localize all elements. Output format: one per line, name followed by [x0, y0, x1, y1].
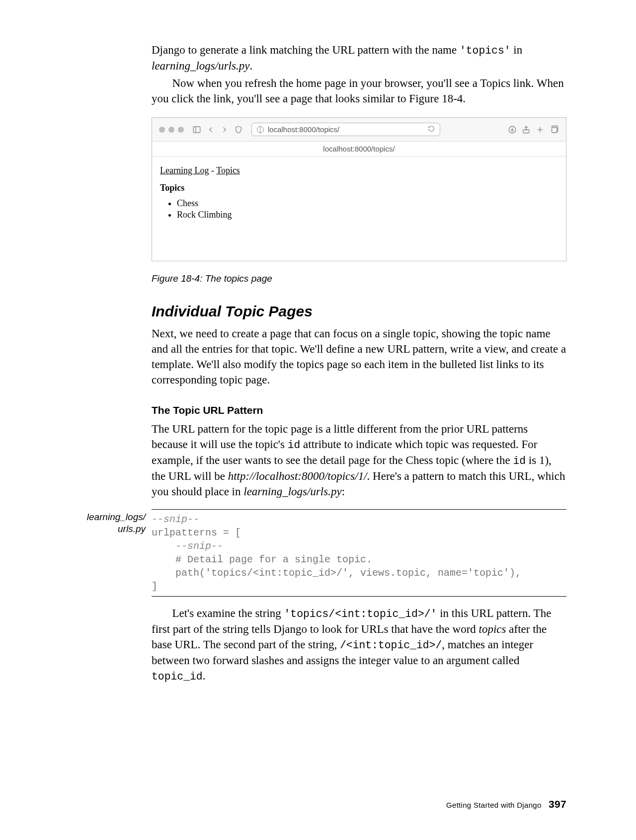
sidebar-toggle-icon[interactable]	[192, 125, 202, 135]
nav-topics-link[interactable]: Topics	[216, 165, 240, 175]
snip: --snip--	[152, 540, 223, 552]
globe-icon	[257, 126, 264, 133]
forward-icon[interactable]	[220, 125, 230, 135]
filename: learning_logs/urls.py	[152, 60, 249, 72]
maximize-icon[interactable]	[178, 127, 184, 133]
code-block: learning_logs/ urls.py --snip-- urlpatte…	[152, 509, 566, 597]
chapter-title: Getting Started with Django	[446, 801, 542, 809]
text: .	[203, 670, 206, 682]
inline-code: 'topics'	[460, 45, 511, 57]
address-bar[interactable]: localhost:8000/topics/	[251, 123, 440, 136]
share-icon[interactable]	[521, 125, 531, 135]
text: in	[511, 44, 523, 56]
minimize-icon[interactable]	[168, 127, 174, 133]
text: learning_logs/	[87, 512, 146, 522]
snip: --snip--	[152, 514, 199, 525]
post-para: Let's examine the string 'topics/<int:to…	[152, 606, 566, 684]
section-para-2: The URL pattern for the topic page is a …	[152, 421, 566, 499]
nav-sep: -	[209, 165, 216, 175]
emphasis: topics	[479, 623, 506, 635]
inline-code: /<int:topic_id>/	[340, 639, 442, 651]
browser-screenshot: localhost:8000/topics/	[152, 117, 566, 261]
window-controls[interactable]	[159, 127, 184, 133]
svg-rect-7	[552, 127, 557, 133]
browser-viewport: Learning Log - Topics Topics Chess Rock …	[152, 156, 566, 261]
browser-toolbar: localhost:8000/topics/	[152, 118, 566, 142]
text: urls.py	[118, 524, 146, 534]
code-line: # Detail page for a single topic.	[152, 554, 372, 565]
inline-code: 'topics/<int:topic_id>/'	[284, 608, 437, 620]
shield-icon[interactable]	[234, 125, 243, 135]
inline-code: topic_id	[152, 671, 203, 683]
filename: learning_logs/urls.py	[243, 485, 341, 498]
page-number: 397	[549, 798, 566, 810]
code-listing: --snip-- urlpatterns = [ --snip-- # Deta…	[152, 513, 566, 593]
code-line: urlpatterns = [	[152, 527, 241, 538]
tab-title: localhost:8000/topics/	[152, 142, 566, 156]
rule	[152, 596, 566, 597]
list-item: Rock Climbing	[177, 210, 558, 220]
page: Django to generate a link matching the U…	[0, 0, 636, 840]
text: Let's examine the string	[172, 607, 284, 619]
text: .	[249, 60, 252, 72]
page-footer: Getting Started with Django 397	[446, 798, 566, 810]
subsection-heading: The Topic URL Pattern	[152, 404, 566, 416]
svg-rect-0	[193, 127, 200, 133]
close-icon[interactable]	[159, 127, 165, 133]
reload-icon[interactable]	[428, 125, 435, 134]
list-item: Chess	[177, 198, 558, 209]
code-line: ]	[152, 581, 158, 592]
download-icon[interactable]	[507, 125, 517, 135]
url-text: localhost:8000/topics/	[268, 125, 339, 134]
code-file-label: learning_logs/ urls.py	[61, 511, 146, 535]
figure-caption: Figure 18-4: The topics page	[152, 273, 566, 284]
text: Django to generate a link matching the U…	[152, 44, 460, 56]
site-nav: Learning Log - Topics	[160, 165, 558, 176]
inline-code: id	[288, 439, 301, 451]
new-tab-icon[interactable]	[535, 125, 545, 135]
body-column: Django to generate a link matching the U…	[152, 42, 566, 684]
intro-para-1: Django to generate a link matching the U…	[152, 42, 566, 74]
intro-para-2: Now when you refresh the home page in yo…	[152, 76, 566, 106]
url-text: http://localhost:8000/topics/1/	[228, 470, 367, 482]
page-heading: Topics	[160, 183, 558, 193]
topics-list: Chess Rock Climbing	[177, 198, 558, 220]
rule	[152, 509, 566, 510]
code-line: path('topics/<int:topic_id>/', views.top…	[152, 567, 521, 579]
back-icon[interactable]	[206, 125, 216, 135]
section-para-1: Next, we need to create a page that can …	[152, 326, 566, 387]
inline-code: id	[513, 455, 526, 467]
section-heading: Individual Topic Pages	[152, 303, 566, 320]
text: :	[342, 485, 345, 498]
tabs-icon[interactable]	[549, 125, 559, 135]
nav-home-link[interactable]: Learning Log	[160, 165, 209, 175]
